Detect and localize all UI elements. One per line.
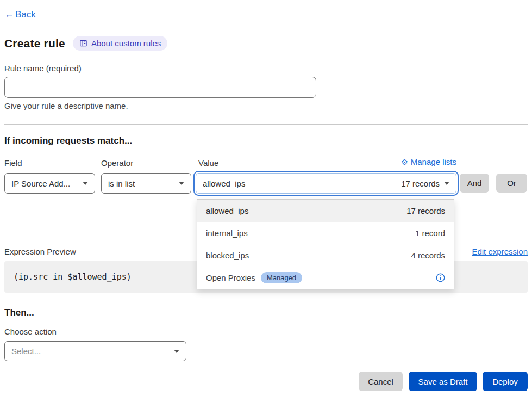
rule-name-label: Rule name (required) (4, 64, 82, 73)
about-custom-rules-label: About custom rules (91, 39, 161, 48)
value-select[interactable]: allowed_ips 17 records (196, 173, 456, 194)
back-label: Back (15, 9, 36, 20)
chevron-down-icon (179, 182, 184, 185)
choose-action-label: Choose action (4, 327, 57, 336)
field-label: Field (4, 158, 22, 168)
dropdown-item-allowed-ips[interactable]: allowed_ips 17 records (197, 200, 454, 222)
edit-expression-link[interactable]: Edit expression (472, 247, 528, 256)
and-button[interactable]: And (460, 174, 489, 193)
then-heading: Then... (4, 307, 34, 318)
manage-lists-link[interactable]: Manage lists (411, 157, 456, 166)
about-custom-rules-link[interactable]: About custom rules (73, 36, 167, 51)
operator-select[interactable]: is in list (101, 173, 191, 194)
list-record-count: 1 record (415, 228, 445, 238)
rule-name-helper: Give your rule a descriptive name. (4, 101, 128, 110)
dropdown-item-open-proxies[interactable]: Open Proxies Managed (197, 267, 454, 289)
cancel-button[interactable]: Cancel (359, 372, 403, 391)
field-select[interactable]: IP Source Add... (4, 173, 95, 194)
value-select-records: 17 records (401, 179, 440, 188)
chevron-down-icon (444, 182, 449, 185)
value-dropdown-menu: allowed_ips 17 records internal_ips 1 re… (197, 199, 454, 289)
action-select[interactable]: Select... (4, 341, 186, 361)
deploy-button[interactable]: Deploy (483, 372, 528, 391)
expression-code: (ip.src in $allowed_ips) (14, 272, 132, 282)
expression-preview-label: Expression Preview (4, 247, 76, 256)
list-record-count: 17 records (406, 206, 445, 215)
section-divider (4, 124, 528, 125)
back-arrow-icon: ← (4, 9, 14, 20)
operator-label: Operator (101, 158, 133, 168)
info-icon[interactable] (436, 273, 445, 282)
title-row: Create rule About custom rules (4, 36, 167, 51)
gear-icon: ⚙ (401, 158, 408, 166)
chevron-down-icon (174, 350, 179, 353)
managed-badge: Managed (261, 272, 302, 283)
create-rule-page: ←Back Create rule About custom rules Rul… (0, 0, 532, 402)
or-button[interactable]: Or (496, 174, 527, 193)
chevron-down-icon (83, 182, 88, 185)
action-select-placeholder: Select... (11, 347, 41, 356)
back-link[interactable]: ←Back (4, 9, 36, 20)
value-select-value: allowed_ips (203, 179, 245, 188)
manage-lists-container: ⚙ Manage lists (196, 157, 456, 166)
match-heading: If incoming requests match... (4, 135, 132, 146)
list-name: internal_ips (206, 228, 248, 238)
list-name: allowed_ips (206, 206, 248, 215)
page-title: Create rule (4, 37, 65, 50)
list-record-count: 4 records (411, 251, 445, 260)
operator-select-value: is in list (108, 179, 135, 188)
field-select-value: IP Source Add... (11, 179, 70, 188)
list-name: Open Proxies (206, 273, 255, 282)
value-select-focus-ring: allowed_ips 17 records (193, 171, 459, 196)
book-icon (79, 39, 87, 47)
dropdown-item-blocked-ips[interactable]: blocked_ips 4 records (197, 244, 454, 267)
save-as-draft-button[interactable]: Save as Draft (409, 372, 477, 391)
dropdown-item-internal-ips[interactable]: internal_ips 1 record (197, 222, 454, 244)
list-name: blocked_ips (206, 251, 249, 260)
rule-name-input[interactable] (4, 77, 316, 98)
